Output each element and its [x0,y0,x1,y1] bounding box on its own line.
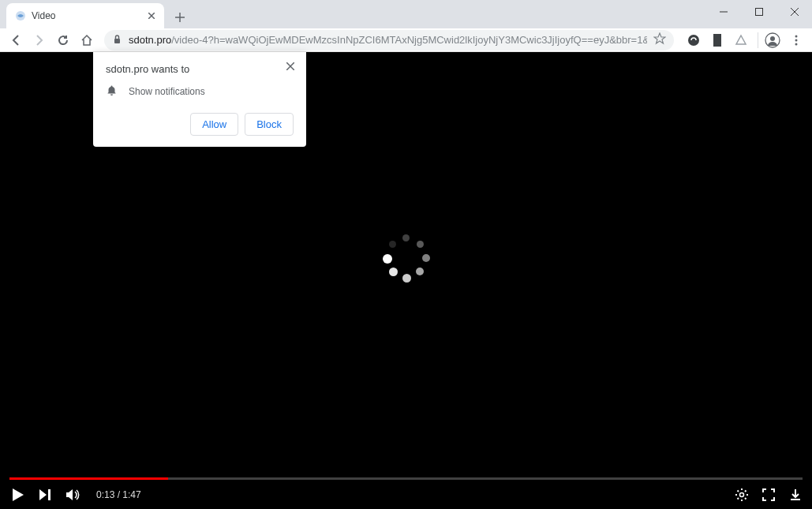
svg-point-10 [688,35,699,46]
maximize-button[interactable] [741,0,776,24]
svg-point-13 [795,35,798,37]
forward-button[interactable] [28,29,51,51]
url-path: /video-4?h=waWQiOjEwMDEwMzcsInNpZCI6MTAx… [171,34,647,46]
menu-button[interactable] [785,29,807,51]
permission-popup: sdotn.pro wants to Show notifications Al… [93,52,306,147]
page-content: sdotn.pro wants to Show notifications Al… [0,52,812,509]
svg-point-19 [740,492,744,496]
tab-bar: Video [0,0,812,28]
url-domain: sdotn.pro [129,34,171,46]
next-button[interactable] [38,488,52,502]
extension-icon-2[interactable] [710,33,724,47]
url-text: sdotn.pro/video-4?h=waWQiOjEwMDEwMzcsInN… [129,34,647,46]
video-controls: 0:13 / 1:47 [0,480,812,509]
svg-rect-1 [755,9,762,16]
reload-button[interactable] [52,29,74,51]
toolbar-divider [758,32,758,48]
tab-close-button[interactable] [145,9,158,22]
play-button[interactable] [9,487,25,503]
svg-rect-18 [48,489,51,500]
allow-button[interactable]: Allow [190,113,238,136]
lock-icon [112,34,122,47]
permission-request-text: Show notifications [129,86,205,97]
back-button[interactable] [5,29,27,51]
permission-request-row: Show notifications [106,84,294,99]
loading-spinner [383,234,430,282]
bell-icon [106,84,118,99]
address-bar[interactable]: sdotn.pro/video-4?h=waWQiOjEwMDEwMzcsInN… [104,30,674,51]
settings-button[interactable] [735,488,749,502]
home-button[interactable] [76,29,98,51]
extension-icon-3[interactable] [734,33,748,47]
close-window-button[interactable] [776,0,812,24]
profile-button[interactable] [761,29,784,51]
extension-icon-1[interactable] [687,33,701,47]
new-tab-button[interactable] [169,6,191,28]
extension-icons [680,33,754,47]
volume-button[interactable] [65,487,80,503]
permission-title: sdotn.pro wants to [106,63,294,75]
browser-toolbar: sdotn.pro/video-4?h=waWQiOjEwMDEwMzcsInN… [0,28,812,52]
block-button[interactable]: Block [245,113,294,136]
svg-point-12 [770,36,775,41]
tab-title: Video [32,10,140,21]
fullscreen-button[interactable] [761,488,776,502]
bookmark-star-icon[interactable] [653,32,666,47]
download-button[interactable] [788,488,803,502]
svg-point-14 [795,39,798,41]
svg-rect-9 [114,39,120,43]
permission-close-button[interactable] [283,58,298,74]
tab-favicon-icon [14,9,27,22]
svg-point-15 [795,43,798,45]
browser-tab[interactable]: Video [6,3,164,28]
minimize-button[interactable] [705,0,741,24]
video-time-display: 0:13 / 1:47 [96,489,141,500]
